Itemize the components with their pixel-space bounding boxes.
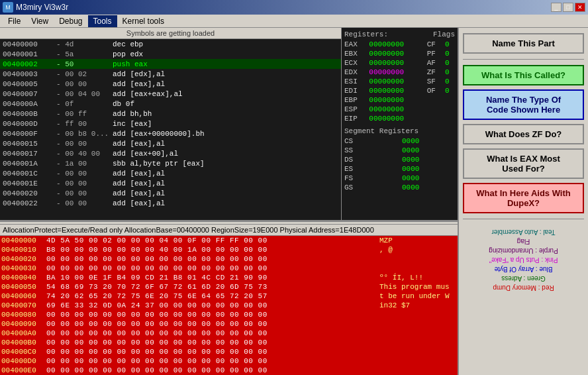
disasm-row[interactable]: 00400000- 4ddec ebp bbox=[0, 39, 341, 49]
disasm-bytes: - 00 00 bbox=[56, 170, 113, 178]
register-value: 00000000 bbox=[369, 68, 422, 76]
menu-kernel[interactable]: Kernel tools bbox=[117, 15, 170, 27]
hex-address: 00400010 bbox=[1, 246, 46, 254]
hex-row[interactable]: 004000D000 00 00 00 00 00 00 00 00 00 00… bbox=[0, 356, 458, 366]
hex-row[interactable]: 0040007069 6E 33 32 0D 0A 24 37 00 00 00… bbox=[0, 301, 458, 310]
hex-dump-area: AllocationProtect=Execute/Read only Allo… bbox=[0, 225, 458, 375]
disasm-row[interactable]: 00400001- 5apop edx bbox=[0, 49, 341, 59]
disasm-row[interactable]: 0040001E- 00 00add [eax],al bbox=[0, 178, 341, 188]
disasm-row[interactable]: 00400005- 00 00add [eax],al bbox=[0, 79, 341, 89]
disasm-scroll[interactable]: 00400000- 4ddec ebp00400001- 5apop edx00… bbox=[0, 39, 341, 220]
disasm-address: 0040001A bbox=[0, 160, 56, 168]
hex-bytes: 00 00 00 00 00 00 00 00 00 00 00 00 00 0… bbox=[46, 339, 377, 347]
hex-row[interactable]: 0040005054 68 69 73 20 70 72 6F 67 72 61… bbox=[0, 282, 458, 292]
disasm-bytes: - 50 bbox=[56, 60, 113, 68]
register-value: 00000000 bbox=[369, 115, 422, 123]
segment-register-value: 0000 bbox=[402, 137, 455, 145]
disasm-instruction: pop edx bbox=[113, 50, 341, 58]
disasm-row[interactable]: 0040000B- 00 ffadd bh,bh bbox=[0, 109, 341, 119]
hex-row[interactable]: 004000E000 00 00 00 00 00 00 00 00 00 00… bbox=[0, 366, 458, 375]
hex-ascii: This program mus bbox=[377, 283, 456, 291]
disasm-address: 00400005 bbox=[0, 80, 56, 88]
close-button[interactable]: ✕ bbox=[575, 3, 585, 12]
hex-row[interactable]: 0040003000 00 00 00 00 00 00 00 00 00 00… bbox=[0, 264, 458, 273]
hex-bytes: 00 00 00 00 00 00 00 00 00 00 00 00 00 0… bbox=[46, 357, 377, 365]
disasm-row[interactable]: 00400002- 50push eax bbox=[0, 59, 341, 69]
disasm-row[interactable]: 0040000A- 0fdb 0f bbox=[0, 99, 341, 109]
q2-text: What Is This Called? bbox=[481, 70, 565, 80]
disasm-row[interactable]: 00400020- 00 00add [eax],al bbox=[0, 188, 341, 198]
disasm-address: 00400002 bbox=[0, 60, 56, 68]
segment-register-row: DS0000 bbox=[344, 155, 455, 164]
hex-row[interactable]: 0040009000 00 00 00 00 00 00 00 00 00 00… bbox=[0, 319, 458, 329]
register-value: 00000000 bbox=[369, 50, 422, 58]
disasm-row[interactable]: 00400003- 00 02add [edx],al bbox=[0, 69, 341, 79]
segs-container: CS0000SS0000DS0000ES0000FS0000GS0000 bbox=[344, 136, 455, 192]
menu-debug[interactable]: Debug bbox=[54, 15, 87, 27]
hex-row[interactable]: 004000B000 00 00 00 00 00 00 00 00 00 00… bbox=[0, 338, 458, 347]
hex-row[interactable]: 004000C000 00 00 00 00 00 00 00 00 00 00… bbox=[0, 347, 458, 356]
hex-row[interactable]: 0040002000 00 00 00 00 00 00 00 00 00 00… bbox=[0, 254, 458, 264]
menu-view[interactable]: View bbox=[26, 15, 54, 27]
hex-row[interactable]: 00400010B8 00 00 00 00 00 00 00 40 00 1A… bbox=[0, 245, 458, 254]
disasm-address: 00400007 bbox=[0, 90, 56, 98]
hex-address: 00400050 bbox=[1, 283, 46, 291]
hex-address: 00400040 bbox=[1, 274, 46, 282]
hex-row[interactable]: 004000004D 5A 50 00 02 00 00 00 04 00 0F… bbox=[0, 236, 458, 245]
disasm-instruction: add [eax],al bbox=[113, 140, 341, 148]
hex-ascii: in32 $7 bbox=[377, 301, 456, 309]
window-controls[interactable]: _ □ ✕ bbox=[551, 3, 585, 12]
disasm-row[interactable]: 0040000D- ff 00inc [eax] bbox=[0, 119, 341, 129]
segment-register-value: 0000 bbox=[402, 156, 455, 164]
minimize-button[interactable]: _ bbox=[551, 3, 562, 12]
disasm-instruction: add [eax],al bbox=[113, 180, 341, 188]
hex-row[interactable]: 0040008000 00 00 00 00 00 00 00 00 00 00… bbox=[0, 310, 458, 319]
regs-container: EAX00000000CF0EBX00000000PF0ECX00000000A… bbox=[344, 40, 455, 123]
hex-bytes: 00 00 00 00 00 00 00 00 00 00 00 00 00 0… bbox=[46, 366, 377, 374]
disasm-instruction: inc [eax] bbox=[113, 120, 341, 128]
flag-name: AF bbox=[427, 59, 440, 67]
question-dupex: What In Here Aids With DupeX? bbox=[463, 183, 584, 213]
q6-text: What In Here Aids With DupeX? bbox=[476, 188, 570, 208]
disassembly-area: Symbols are getting loaded 00400000- 4dd… bbox=[0, 28, 342, 220]
answer-line: Purple : Unrandomizing bbox=[466, 246, 581, 255]
disasm-row[interactable]: 00400015- 00 00add [eax],al bbox=[0, 138, 341, 148]
hex-row[interactable]: 004000A000 00 00 00 00 00 00 00 00 00 00… bbox=[0, 329, 458, 338]
register-row: EBP00000000 bbox=[344, 95, 455, 105]
hex-address: 00400020 bbox=[1, 255, 46, 263]
menu-file[interactable]: File bbox=[3, 15, 26, 27]
disasm-address: 00400017 bbox=[0, 150, 56, 158]
register-row: EAX00000000CF0 bbox=[344, 40, 455, 49]
disasm-row[interactable]: 0040000F- 00 b8 0...add [eax+00000000].b… bbox=[0, 129, 341, 138]
q1-text: Name This Part bbox=[492, 38, 555, 48]
main-content: Symbols are getting loaded 00400000- 4dd… bbox=[0, 28, 588, 375]
answers-section: Red : Memory DumpGreen : AdressBlue : Ar… bbox=[463, 225, 584, 370]
disasm-bytes: - 00 00 bbox=[56, 140, 113, 148]
menu-tools[interactable]: Tools bbox=[88, 15, 117, 27]
hex-bytes: B8 00 00 00 00 00 00 00 40 00 1A 00 00 0… bbox=[46, 246, 377, 254]
segment-register-value: 0000 bbox=[402, 184, 455, 191]
hex-scroll[interactable]: 004000004D 5A 50 00 02 00 00 00 04 00 0F… bbox=[0, 236, 458, 375]
disasm-row[interactable]: 00400022- 00 00add [eax],al bbox=[0, 198, 341, 208]
disasm-row[interactable]: 0040001C- 00 00add [eax],al bbox=[0, 168, 341, 178]
hex-row[interactable]: 0040006074 20 62 65 20 72 75 6E 20 75 6E… bbox=[0, 292, 458, 301]
disasm-bytes: - 00 00 bbox=[56, 180, 113, 188]
maximize-button[interactable]: □ bbox=[563, 3, 573, 12]
hex-bytes: 00 00 00 00 00 00 00 00 00 00 00 00 00 0… bbox=[46, 311, 377, 319]
hex-ascii: º° ÍI, L!! bbox=[377, 274, 456, 282]
answer-line: Pink : Puts Up a "Fake" bbox=[466, 255, 581, 264]
disasm-row[interactable]: 0040001A- 1a 00sbb al,byte ptr [eax] bbox=[0, 158, 341, 168]
flag-name: CF bbox=[427, 40, 440, 48]
seg-registers-header: Segment Registers bbox=[344, 127, 455, 135]
hex-bytes: 54 68 69 73 20 70 72 6F 67 72 61 6D 20 6… bbox=[46, 283, 377, 291]
disasm-row[interactable]: 00400017- 00 40 00add [eax+00],al bbox=[0, 148, 341, 158]
q3-text: Name The Type Of Code Shown Here bbox=[486, 95, 561, 115]
disasm-bytes: - ff 00 bbox=[56, 120, 113, 128]
disasm-instruction: add [eax],al bbox=[113, 80, 341, 88]
segment-register-row: CS0000 bbox=[344, 136, 455, 146]
disasm-row[interactable]: 00400007- 00 04 00add [eax+eax],al bbox=[0, 89, 341, 99]
register-row: EBX00000000PF0 bbox=[344, 49, 455, 58]
disasm-instruction: push eax bbox=[113, 60, 341, 68]
hex-row[interactable]: 00400040BA 10 00 0E 1F B4 09 CD 21 B8 01… bbox=[0, 273, 458, 282]
segment-register-value: 0000 bbox=[402, 174, 455, 182]
